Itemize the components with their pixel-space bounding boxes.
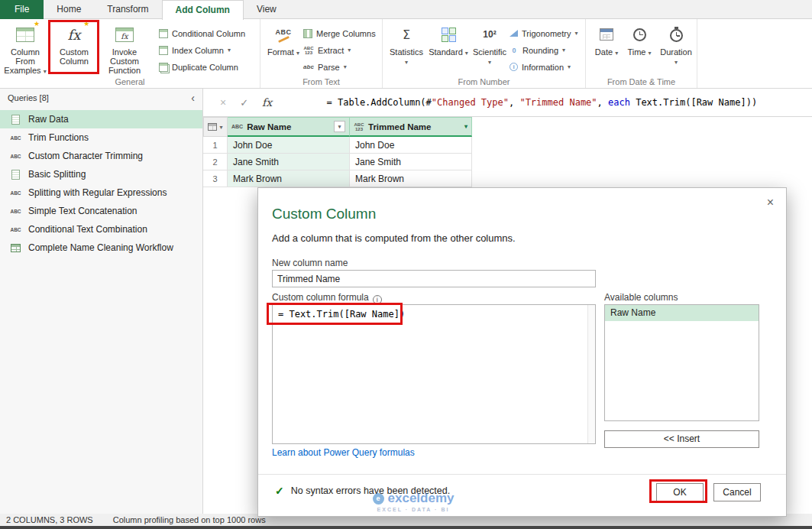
collapse-panel-icon[interactable]: ‹: [191, 89, 195, 107]
cell-raw-name[interactable]: John Doe: [228, 137, 350, 154]
chevron-down-icon: ▾: [405, 59, 408, 66]
pencil-icon: [278, 36, 290, 43]
time-button[interactable]: Time ▾: [626, 21, 653, 76]
cancel-formula-icon[interactable]: ×: [220, 96, 226, 109]
information-button[interactable]: i Information ▾: [510, 59, 571, 75]
formula-part: Text.Trim([Raw Name])): [630, 97, 757, 108]
filter-button[interactable]: ▾: [334, 121, 345, 132]
scrollbar[interactable]: [587, 305, 595, 443]
chevron-down-icon: ▾: [574, 30, 577, 37]
chevron-down-icon: ▾: [675, 59, 678, 66]
query-item-splitting-regular-expressions[interactable]: ABC Splitting with Regular Expressions: [0, 183, 202, 202]
extract-button[interactable]: ABC123 Extract ▾: [303, 42, 351, 58]
column-header-trimmed-name[interactable]: ABC123 Trimmed Name ▾: [350, 117, 472, 137]
cell-trimmed-name[interactable]: John Doe: [350, 137, 472, 154]
any-type-icon: ABC123: [354, 122, 364, 131]
table-sparkle-icon: ★: [16, 24, 34, 45]
insert-column-button[interactable]: << Insert: [604, 430, 759, 448]
date-button[interactable]: Date ▾: [592, 21, 621, 76]
parse-button[interactable]: abc Parse ▾: [303, 59, 347, 75]
scientific-button[interactable]: 10² Scientific ▾: [471, 21, 508, 76]
query-item-custom-character-trimming[interactable]: ABC Custom Character Trimming: [0, 147, 202, 165]
group-label-from-datetime: From Date & Time: [586, 77, 697, 86]
column-header-raw-name[interactable]: ABC Raw Name ▾: [228, 117, 350, 137]
cancel-button[interactable]: Cancel: [713, 483, 761, 501]
query-item-raw-data[interactable]: Raw Data: [0, 110, 202, 128]
conditional-column-icon: [159, 29, 168, 38]
abc-query-icon: ABC: [10, 135, 21, 141]
duplicate-column-button[interactable]: Duplicate Column: [159, 59, 238, 75]
merge-columns-button[interactable]: Merge Columns: [303, 25, 376, 41]
invoke-custom-function-button[interactable]: fx Invoke Custom Function: [99, 21, 150, 76]
query-item-label: Trim Functions: [28, 132, 89, 143]
query-item-trim-functions[interactable]: ABC Trim Functions: [0, 128, 202, 147]
information-icon: i: [510, 63, 518, 71]
cell-trimmed-name[interactable]: Mark Brown: [350, 170, 472, 187]
duration-button[interactable]: Duration ▾: [658, 21, 694, 76]
index-column-label: Index Column: [172, 46, 224, 55]
learn-formulas-link[interactable]: Learn about Power Query formulas: [272, 447, 415, 458]
cell-raw-name[interactable]: Mark Brown: [228, 170, 350, 187]
cell-trimmed-name[interactable]: Jane Smith: [350, 154, 472, 170]
available-column-raw-name[interactable]: Raw Name: [605, 305, 759, 321]
tab-add-column[interactable]: Add Column: [162, 0, 244, 20]
query-item-label: Basic Splitting: [28, 169, 86, 180]
custom-column-button[interactable]: fx ★ Custom Column: [50, 21, 98, 76]
trigonometry-button[interactable]: Trigonometry ▾: [510, 25, 577, 41]
formula-part: ,: [597, 97, 608, 108]
index-column-icon: [159, 46, 168, 55]
standard-label: Standard: [429, 47, 463, 57]
fx-icon[interactable]: fx: [262, 96, 272, 109]
date-label: Date: [595, 47, 613, 57]
scientific-notation-icon: 10²: [483, 24, 496, 45]
data-preview-grid: ▾ ABC Raw Name ▾ ABC123 Trimmed Name ▾ 1…: [203, 117, 472, 187]
rounding-button[interactable]: 0 Rounding ▾: [510, 42, 565, 58]
custom-formula-input[interactable]: = Text.Trim([Raw Name]): [272, 304, 596, 444]
chevron-down-icon[interactable]: ▾: [464, 123, 467, 130]
query-item-complete-name-cleaning-workflow[interactable]: Complete Name Cleaning Workflow: [0, 239, 202, 257]
tab-home[interactable]: Home: [44, 0, 94, 19]
abc-query-icon: ABC: [10, 154, 21, 159]
query-item-conditional-text-combination[interactable]: ABC Conditional Text Combination: [0, 220, 202, 239]
time-label: Time: [627, 47, 645, 57]
chevron-down-icon: ▾: [649, 50, 652, 57]
available-columns-label: Available columns: [604, 292, 678, 303]
tab-file[interactable]: File: [0, 0, 44, 19]
row-number[interactable]: 3: [203, 170, 228, 187]
close-icon[interactable]: ×: [767, 196, 774, 209]
new-column-name-input[interactable]: [272, 270, 596, 287]
merge-columns-icon: [303, 29, 312, 38]
ok-button[interactable]: OK: [656, 483, 704, 501]
query-item-basic-splitting[interactable]: Basic Splitting: [0, 165, 202, 183]
duplicate-column-icon: [159, 63, 168, 72]
row-number[interactable]: 1: [203, 137, 228, 154]
group-label-from-number: From Number: [383, 77, 585, 86]
conditional-column-button[interactable]: Conditional Column: [159, 25, 245, 41]
queries-panel-title: Queries [8]: [8, 93, 49, 102]
query-item-simple-text-concatenation[interactable]: ABC Simple Text Concatenation: [0, 202, 202, 220]
info-icon[interactable]: i: [373, 295, 382, 304]
row-number[interactable]: 2: [203, 154, 228, 170]
commit-formula-icon[interactable]: ✓: [240, 97, 248, 109]
sparkle-icon: ★: [34, 20, 40, 28]
formula-input[interactable]: = Table.AddColumn(#"Changed Type", "Trim…: [293, 86, 757, 118]
statistics-button[interactable]: Σ Statistics ▾: [387, 21, 425, 76]
ribbon-tab-bar: File Home Transform Add Column View: [0, 0, 812, 19]
chevron-down-icon: ▾: [348, 47, 351, 54]
invoke-custom-function-label: Invoke Custom Function: [108, 47, 141, 75]
tab-view[interactable]: View: [244, 0, 290, 19]
trigonometry-icon: [510, 30, 518, 37]
cell-raw-name[interactable]: Jane Smith: [228, 154, 350, 170]
column-from-examples-button[interactable]: ★ Column From Examples ▾: [2, 21, 49, 76]
scientific-label: Scientific: [473, 47, 506, 57]
index-column-button[interactable]: Index Column ▾: [159, 42, 231, 58]
ribbon-group-from-number: Σ Statistics ▾ Standard ▾ 10²: [383, 19, 586, 88]
duration-label: Duration: [660, 47, 692, 57]
select-all-corner-button[interactable]: ▾: [203, 117, 228, 137]
tab-transform[interactable]: Transform: [94, 0, 161, 19]
standard-button[interactable]: Standard ▾: [429, 21, 468, 76]
status-column-profiling[interactable]: Column profiling based on top 1000 rows: [113, 515, 266, 524]
format-button[interactable]: ABC Format ▾: [266, 21, 301, 76]
custom-column-formula-label: Custom column formula: [272, 292, 369, 303]
ribbon: ★ Column From Examples ▾ fx ★ Custom Col…: [0, 19, 812, 89]
